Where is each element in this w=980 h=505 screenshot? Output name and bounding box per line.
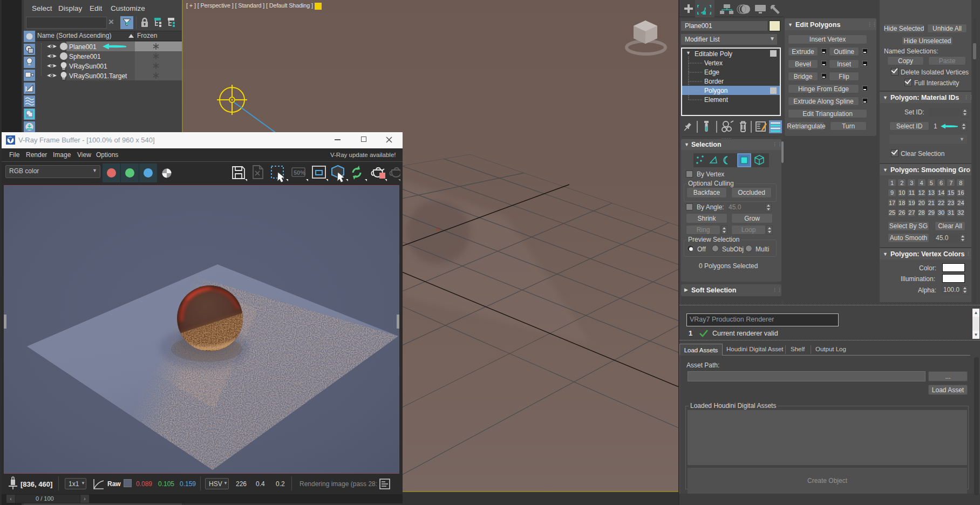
svg-text:50%: 50% [294,169,305,176]
